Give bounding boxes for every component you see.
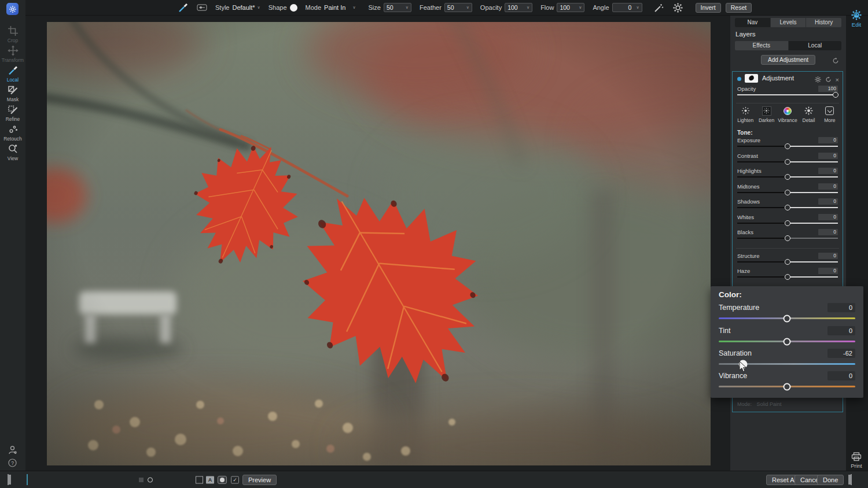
slider-blacks: Blacks 0 [737, 229, 838, 244]
account-icon[interactable] [8, 445, 17, 457]
right-panel: Nav Levels History Layers Effects Local … [730, 16, 846, 471]
darken-sun-icon [762, 106, 771, 116]
adjustment-close-icon[interactable]: × [836, 76, 839, 83]
zoom-slider-handle[interactable] [148, 477, 153, 482]
lighten-sun-icon [741, 106, 750, 116]
slider-handle[interactable] [785, 205, 790, 210]
slider-haze: Haze 0 [737, 268, 838, 283]
adjustment-header[interactable]: Adjustment × [733, 73, 843, 84]
chevron-down-icon: ∨ [527, 5, 529, 10]
style-value: Default* [232, 4, 255, 11]
slider-handle[interactable] [785, 143, 790, 149]
tab-nav[interactable]: Nav [735, 18, 770, 27]
layer-visibility-dot[interactable] [737, 77, 741, 81]
preset-darken[interactable]: Darken [756, 106, 777, 129]
chevron-down-icon: ∨ [579, 5, 582, 10]
sidebar-item-transform[interactable]: Transform [0, 45, 25, 63]
shape-label: Shape [269, 4, 287, 11]
angle-select[interactable]: 0∨ [612, 3, 642, 12]
reset-button[interactable]: Reset [726, 3, 752, 13]
gear-icon[interactable] [673, 3, 683, 13]
slider-handle[interactable] [785, 174, 790, 180]
tool-sidebar: Crop Transform Local Mask Refine Retouch… [0, 0, 25, 471]
slider-handle[interactable] [785, 159, 790, 165]
softproof-check-icon[interactable]: ✓ [231, 476, 239, 483]
slider-handle[interactable] [785, 274, 790, 280]
help-icon[interactable]: ? [8, 459, 17, 469]
size-select[interactable]: 50∨ [384, 3, 411, 12]
slider-vibrance: Vibrance 0 [719, 372, 855, 393]
adjustment-reset-icon[interactable] [825, 75, 832, 85]
brush-tool-icon[interactable] [178, 2, 189, 13]
done-button[interactable]: Done [817, 475, 844, 485]
nav-tabset: Nav Levels History [735, 18, 841, 27]
chevron-down-icon: ∨ [406, 5, 409, 10]
mask-mode-row[interactable]: Mode: Solid Paint [733, 397, 843, 412]
toggle-left-panel-icon[interactable] [8, 475, 9, 485]
sidebar-item-local[interactable]: Local [0, 65, 25, 83]
print-module-label: Print [851, 463, 862, 469]
feather-select[interactable]: 50∨ [444, 3, 472, 12]
saturation-handle[interactable] [739, 360, 748, 368]
vibrance-handle[interactable] [784, 383, 791, 390]
invert-button[interactable]: Invert [696, 3, 721, 13]
tone-section-title: Tone: [737, 130, 752, 136]
sidebar-item-retouch[interactable]: Retouch [0, 124, 25, 142]
preset-more[interactable]: More [819, 106, 840, 129]
style-dropdown[interactable]: Style Default* ∨ [215, 4, 260, 11]
slider-handle[interactable] [785, 235, 790, 241]
mask-view-icon[interactable] [196, 476, 203, 483]
retouch-icon [8, 124, 19, 135]
slider-contrast: Contrast 0 [737, 153, 838, 168]
opacity-track[interactable] [737, 94, 838, 95]
slider-handle[interactable] [785, 259, 790, 265]
slider-options-icon[interactable] [197, 4, 207, 11]
brush-shape-icon [290, 4, 297, 12]
mode-dropdown[interactable]: Mode Paint In ∨ [306, 4, 356, 11]
tab-effects[interactable]: Effects [735, 41, 788, 50]
size-control: Size 50∨ [369, 3, 411, 12]
slider-temperature: Temperature 0 [719, 304, 855, 324]
tab-history[interactable]: History [806, 18, 841, 27]
print-module-button[interactable]: Print [849, 452, 864, 469]
reset-adjustments-icon[interactable] [832, 56, 839, 66]
preset-lighten[interactable]: Lighten [735, 106, 756, 129]
opacity-select[interactable]: 100∨ [505, 3, 532, 12]
opacity-handle[interactable] [833, 92, 838, 98]
layer-mask-thumbnail[interactable] [745, 74, 758, 83]
app-logo [6, 3, 19, 15]
feather-label: Feather [420, 4, 442, 11]
adjustment-gear-icon[interactable] [815, 75, 821, 85]
photo-canvas[interactable] [47, 22, 711, 465]
preset-vibrance[interactable]: Vibrance [777, 106, 798, 129]
sidebar-item-view[interactable]: View [0, 143, 25, 161]
sidebar-item-refine[interactable]: Refine [0, 104, 25, 122]
tab-levels[interactable]: Levels [770, 18, 806, 27]
toggle-right-panel-icon[interactable] [851, 475, 852, 485]
chevron-down-icon: ∨ [466, 5, 469, 10]
sidebar-item-mask[interactable]: Mask [0, 84, 25, 102]
size-label: Size [369, 4, 381, 11]
temperature-handle[interactable] [784, 315, 791, 322]
zoom-out-icon[interactable] [139, 478, 144, 482]
crop-icon [8, 25, 19, 36]
preview-button[interactable]: Preview [242, 475, 277, 485]
perfect-brush-wand-icon[interactable] [654, 3, 664, 13]
edit-module-button[interactable]: FX Edit [849, 10, 864, 28]
preset-detail[interactable]: Detail [798, 106, 819, 129]
edit-module-label: Edit [852, 21, 861, 28]
single-view-icon[interactable] [27, 475, 28, 485]
sidebar-item-crop[interactable]: Crop [0, 25, 25, 43]
flow-select[interactable]: 100∨ [557, 3, 584, 12]
slider-handle[interactable] [785, 190, 790, 195]
tint-handle[interactable] [784, 338, 791, 345]
chevron-down-icon: ∨ [258, 5, 260, 10]
text-overlay-icon[interactable]: A [206, 476, 214, 483]
tab-local[interactable]: Local [788, 41, 842, 50]
opacity-control: Opacity 100∨ [480, 3, 532, 12]
mask-overlay-icon[interactable] [218, 476, 227, 484]
color-popup-title: Color: [719, 290, 742, 299]
slider-handle[interactable] [785, 220, 790, 226]
add-adjustment-button[interactable]: Add Adjustment [761, 55, 815, 65]
shape-control[interactable]: Shape [269, 4, 297, 12]
